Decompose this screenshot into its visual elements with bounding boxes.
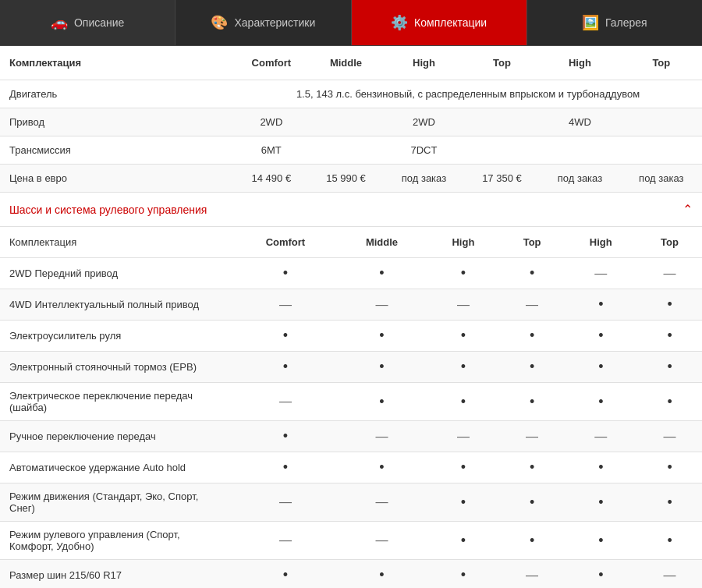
feature-cell: — [637,258,702,289]
feature-cell: • [427,452,500,484]
feature-cell: • [427,522,500,560]
tab-characteristics-label: Характеристики [234,16,315,29]
chevron-up-icon[interactable]: ⌃ [682,202,693,217]
feature-cell: — [427,289,500,321]
tab-characteristics[interactable]: 🎨 Характеристики [176,0,351,45]
price-middle: 15 990 € [309,165,384,193]
price-high1: под заказ [383,165,464,193]
row-engine: Двигатель 1.5, 143 л.с. бензиновый, с ра… [0,80,702,108]
feature-label: Режим рулевого управления (Спорт, Комфор… [0,522,234,560]
feature-cell: • [637,484,702,522]
feature-label: Автоматическое удержание Auto hold [0,452,234,484]
image-icon: 🖼️ [582,14,599,31]
feature-cell: • [637,383,702,421]
feature-cell: • [337,383,427,421]
row-drive-label: Привод [0,108,234,136]
feature-cell: • [500,522,565,560]
drive-top2 [621,108,702,136]
feat-col-middle: Middle [337,227,427,258]
feature-cell: • [565,289,638,321]
col-header-comfort: Comfort [234,46,309,80]
feat-col-high2: High [565,227,638,258]
feature-row: Электронный стояночный тормоз (EPB)•••••… [0,352,702,383]
feature-cell: — [637,421,702,452]
row-drive: Привод 2WD 2WD 4WD [0,108,702,136]
feature-cell: • [500,452,565,484]
feature-label: Режим движения (Стандарт, Эко, Спорт, Сн… [0,484,234,522]
feature-row: Автоматическое удержание Auto hold•••••• [0,452,702,484]
row-price-label: Цена в евро [0,165,234,193]
tab-configurations[interactable]: ⚙️ Комплектации [352,0,527,45]
feature-label: Электрическое переключение передач (шайб… [0,383,234,421]
row-transmission: Трансмиссия 6MT 7DCT [0,136,702,165]
feature-cell: — [234,289,337,321]
price-top2: под заказ [621,165,702,193]
tab-description[interactable]: 🚗 Описание [0,0,176,45]
trans-top1 [465,136,540,165]
col-header-top1: Top [465,46,540,80]
feature-cell: • [337,452,427,484]
feature-cell: — [565,258,638,289]
feature-cell: • [234,258,337,289]
navigation-tabs: 🚗 Описание 🎨 Характеристики ⚙️ Комплекта… [0,0,702,46]
feature-cell: — [637,560,702,589]
feature-row: Электрическое переключение передач (шайб… [0,383,702,421]
feature-row: Режим рулевого управления (Спорт, Комфор… [0,522,702,560]
feature-cell: • [427,321,500,352]
feature-cell: • [337,258,427,289]
drive-middle [309,108,384,136]
drive-high2: 4WD [539,108,620,136]
palette-icon: 🎨 [211,14,228,31]
feature-cell: — [427,421,500,452]
feature-label: 2WD Передний привод [0,258,234,289]
feature-cell: • [500,258,565,289]
feature-cell: • [637,352,702,383]
feature-cell: • [637,289,702,321]
col-header-top2: Top [621,46,702,80]
feature-cell: • [427,560,500,589]
drive-top1 [465,108,540,136]
feature-cell: • [565,560,638,589]
main-content: Комплектация Comfort Middle High Top Hig… [0,46,702,588]
drive-comfort: 2WD [234,108,309,136]
main-specs-table: Комплектация Comfort Middle High Top Hig… [0,46,702,193]
feature-cell: — [234,522,337,560]
feature-cell: • [565,321,638,352]
feat-col-config: Комплектация [0,227,234,258]
feature-cell: • [337,352,427,383]
trans-top2 [621,136,702,165]
tab-description-label: Описание [74,16,124,29]
feature-cell: • [427,352,500,383]
features-header-row: Комплектация Comfort Middle High Top Hig… [0,227,702,258]
row-engine-label: Двигатель [0,80,234,108]
price-comfort: 14 490 € [234,165,309,193]
tab-gallery[interactable]: 🖼️ Галерея [527,0,702,45]
drive-high1: 2WD [383,108,464,136]
car-icon: 🚗 [51,14,68,31]
feature-row: Режим движения (Стандарт, Эко, Спорт, Сн… [0,484,702,522]
feature-cell: • [500,383,565,421]
feature-cell: — [337,522,427,560]
feature-row: 2WD Передний привод••••—— [0,258,702,289]
feature-cell: • [427,258,500,289]
col-header-high2: High [539,46,620,80]
trans-high1: 7DCT [383,136,464,165]
feature-cell: — [500,421,565,452]
row-transmission-label: Трансмиссия [0,136,234,165]
trans-high2 [539,136,620,165]
feature-row: 4WD Интеллектуальный полный привод————•• [0,289,702,321]
feature-cell: — [565,421,638,452]
feature-cell: — [337,484,427,522]
row-price: Цена в евро 14 490 € 15 990 € под заказ … [0,165,702,193]
feature-cell: • [234,421,337,452]
price-top1: 17 350 € [465,165,540,193]
col-header-config: Комплектация [0,46,234,80]
col-header-high1: High [383,46,464,80]
feature-cell: • [565,484,638,522]
feature-cell: • [500,352,565,383]
row-engine-value: 1.5, 143 л.с. бензиновый, с распределенн… [234,80,702,108]
feature-cell: • [337,560,427,589]
tab-configurations-label: Комплектации [414,16,487,29]
main-header-row: Комплектация Comfort Middle High Top Hig… [0,46,702,80]
feature-cell: • [637,452,702,484]
